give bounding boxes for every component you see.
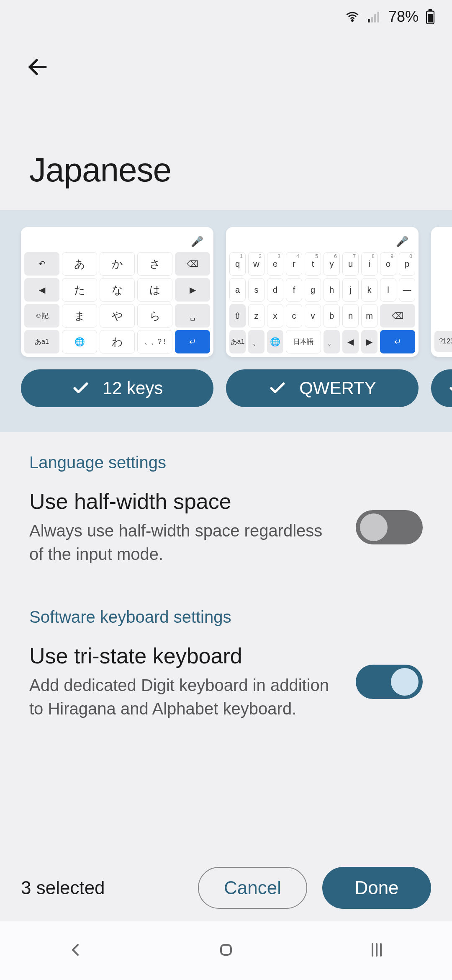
- svg-rect-2: [371, 17, 373, 23]
- setting-halfwidth-space[interactable]: Use half-width space Always use half-wid…: [29, 489, 423, 566]
- svg-rect-1: [368, 19, 370, 23]
- section-header-language: Language settings: [29, 453, 423, 472]
- layout-chip-label: QWERTY: [299, 378, 376, 398]
- keyboard-preview-qwerty: 🎤 1q 2w 3e 4r 5t 6y 7u 8i 9o 0p a s d f …: [226, 227, 419, 357]
- svg-rect-7: [428, 14, 433, 23]
- nav-home-icon[interactable]: [216, 940, 236, 962]
- check-icon: [72, 379, 90, 397]
- selected-count: 3 selected: [21, 877, 183, 898]
- nav-recents-icon[interactable]: [367, 940, 387, 962]
- mic-icon: 🎤: [191, 236, 203, 248]
- wifi-icon: [345, 9, 360, 24]
- layout-chip-label: 12 keys: [103, 378, 163, 398]
- setting-description: Always use half-width space regardless o…: [29, 519, 339, 566]
- done-button[interactable]: Done: [322, 867, 431, 909]
- section-header-software: Software keyboard settings: [29, 608, 423, 627]
- mic-icon: 🎤: [396, 236, 408, 248]
- layout-option-12keys[interactable]: 🎤 ↶ あ か さ ⌫ ◀ た な は ▶ ☺記 ま や ら ␣ あa1 🌐 わ: [21, 227, 213, 407]
- setting-tristate-keyboard[interactable]: Use tri-state keyboard Add dedicated Dig…: [29, 643, 423, 720]
- layout-option-qwerty[interactable]: 🎤 1q 2w 3e 4r 5t 6y 7u 8i 9o 0p a s d f …: [226, 227, 419, 407]
- svg-rect-4: [377, 12, 379, 23]
- layout-chip-partial[interactable]: [431, 369, 452, 407]
- toggle-halfwidth-space[interactable]: [356, 510, 423, 544]
- keyboard-preview-partial: ?123 🌐: [431, 227, 452, 357]
- language-settings-section: Language settings Use half-width space A…: [0, 432, 452, 595]
- check-icon: [448, 379, 452, 397]
- layout-chip-qwerty[interactable]: QWERTY: [226, 369, 419, 407]
- setting-description: Add dedicated Digit keyboard in addition…: [29, 673, 339, 720]
- footer-bar: 3 selected Cancel Done: [0, 863, 452, 913]
- software-keyboard-section: Software keyboard settings Use tri-state…: [0, 595, 452, 750]
- signal-icon: [367, 9, 382, 24]
- svg-rect-9: [221, 945, 231, 955]
- setting-label: Use half-width space: [29, 489, 339, 514]
- layout-option-partial[interactable]: ?123 🌐: [431, 227, 452, 407]
- system-navbar: [0, 921, 452, 980]
- battery-icon: [425, 9, 435, 24]
- cancel-button[interactable]: Cancel: [198, 867, 307, 909]
- svg-point-0: [352, 20, 353, 21]
- page-title: Japanese: [29, 151, 431, 189]
- back-button[interactable]: [21, 50, 54, 84]
- layouts-strip: 🎤 ↶ あ か さ ⌫ ◀ た な は ▶ ☺記 ま や ら ␣ あa1 🌐 わ: [0, 210, 452, 432]
- keyboard-preview-12keys: 🎤 ↶ あ か さ ⌫ ◀ た な は ▶ ☺記 ま や ら ␣ あa1 🌐 わ: [21, 227, 213, 357]
- svg-rect-3: [374, 14, 376, 23]
- setting-label: Use tri-state keyboard: [29, 643, 339, 668]
- status-bar: 78%: [0, 0, 452, 34]
- check-icon: [268, 379, 287, 397]
- layout-chip-12keys[interactable]: 12 keys: [21, 369, 213, 407]
- header: Japanese: [0, 34, 452, 189]
- toggle-tristate-keyboard[interactable]: [356, 665, 423, 699]
- nav-back-icon[interactable]: [65, 940, 85, 962]
- battery-text: 78%: [388, 8, 419, 26]
